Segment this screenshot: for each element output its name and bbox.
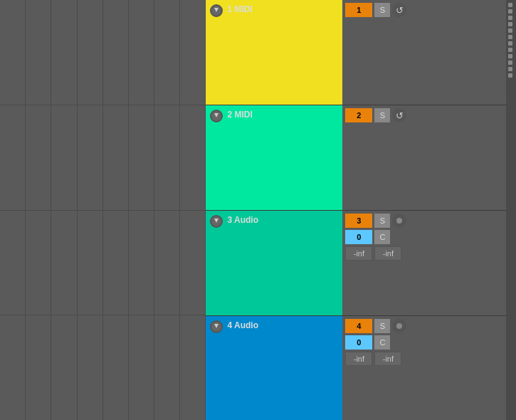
track-name-3: 3 Audio	[227, 215, 258, 225]
scroll-dot	[508, 35, 512, 39]
clip-area-4[interactable]: 4 Audio	[206, 316, 342, 420]
loop-icon-2: ↺	[396, 110, 404, 121]
grid-cell	[26, 0, 51, 105]
grid-cell	[0, 211, 26, 315]
grid-cell	[78, 211, 103, 315]
controls-area-1: 1 S ↺	[342, 0, 428, 105]
solo-button-3[interactable]: S	[374, 214, 390, 228]
record-button-3[interactable]	[392, 214, 406, 228]
track-row-3: 3 Audio 3 S 0 C -inf -inf	[206, 211, 506, 316]
controls-row-channel-4: 4 S	[345, 319, 425, 333]
scroll-dot	[508, 73, 512, 78]
controls-row-channel-2: 2 S ↺	[345, 108, 425, 122]
track-collapse-icon-1[interactable]	[210, 4, 223, 17]
clip-area-2[interactable]: 2 MIDI	[206, 105, 342, 210]
scroll-dot	[508, 22, 512, 26]
tracks-area: 1 MIDI 1 S ↺ 2 MIDI	[206, 0, 506, 420]
grid-cell	[26, 315, 51, 420]
track-collapse-icon-2[interactable]	[210, 110, 223, 122]
grid-cell	[180, 0, 206, 105]
solo-button-2[interactable]: S	[374, 108, 390, 122]
grid-cell	[129, 0, 154, 105]
track-header-4: 4 Audio	[206, 316, 342, 337]
solo-button-4[interactable]: S	[374, 319, 390, 333]
grid-cell	[78, 0, 103, 105]
grid-row-2	[0, 105, 206, 211]
controls-area-3: 3 S 0 C -inf -inf	[342, 211, 428, 315]
grid-cell	[0, 315, 26, 420]
channel-button-4[interactable]: 4	[345, 319, 372, 333]
track-collapse-icon-4[interactable]	[210, 320, 223, 333]
controls-row-channel-3: 3 S	[345, 214, 425, 228]
grid-cell	[51, 315, 77, 420]
grid-cell	[26, 105, 51, 210]
channel-button-1[interactable]: 1	[345, 3, 372, 17]
scrollbar-dots	[506, 0, 516, 80]
track-name-1: 1 MIDI	[227, 4, 252, 14]
inf-left-button-3[interactable]: -inf	[345, 246, 372, 261]
grid-row-4	[0, 315, 206, 420]
record-button-1[interactable]: ↺	[392, 3, 406, 17]
crossfade-button-3[interactable]: C	[374, 230, 390, 244]
grid-cell	[78, 315, 103, 420]
track-header-1: 1 MIDI	[206, 0, 342, 21]
scrollbar-column[interactable]	[506, 0, 516, 420]
grid-row-3	[0, 211, 206, 316]
scroll-dot	[508, 28, 512, 33]
grid-cell	[0, 105, 26, 210]
track-row-1: 1 MIDI 1 S ↺	[206, 0, 506, 105]
grid-cell	[154, 315, 180, 420]
clip-area-3[interactable]: 3 Audio	[206, 211, 342, 315]
scroll-dot	[508, 61, 512, 65]
record-button-4[interactable]	[392, 319, 406, 333]
inf-right-button-3[interactable]: -inf	[374, 246, 401, 261]
grid-cell	[103, 211, 129, 315]
grid-cell	[103, 0, 129, 105]
grid-cell	[180, 211, 206, 315]
grid-cell	[129, 315, 154, 420]
grid-cell	[51, 105, 77, 210]
track-collapse-icon-3[interactable]	[210, 215, 223, 228]
scroll-dot	[508, 9, 512, 14]
controls-row-volume-3: 0 C	[345, 230, 425, 244]
scroll-dot	[508, 16, 512, 20]
main-container: 1 MIDI 1 S ↺ 2 MIDI	[0, 0, 516, 420]
inf-right-button-4[interactable]: -inf	[374, 352, 401, 366]
grid-cell	[103, 315, 129, 420]
scroll-dot	[508, 54, 512, 58]
grid-cell	[0, 0, 26, 105]
grid-cell	[51, 0, 77, 105]
scroll-dot	[508, 3, 512, 7]
controls-row-inf-4: -inf -inf	[345, 352, 425, 366]
scroll-dot	[508, 67, 512, 71]
scroll-dot	[508, 48, 512, 52]
clip-area-1[interactable]: 1 MIDI	[206, 0, 342, 105]
controls-row-inf-3: -inf -inf	[345, 246, 425, 261]
grid-cell	[78, 105, 103, 210]
track-header-3: 3 Audio	[206, 211, 342, 232]
grid-cell	[154, 105, 180, 210]
channel-button-2[interactable]: 2	[345, 108, 372, 122]
volume-button-4[interactable]: 0	[345, 335, 372, 350]
grid-cell	[154, 211, 180, 315]
track-name-2: 2 MIDI	[227, 110, 252, 120]
crossfade-button-4[interactable]: C	[374, 335, 390, 350]
grid-cell	[129, 105, 154, 210]
grid-area	[0, 0, 206, 420]
grid-cell	[103, 105, 129, 210]
volume-button-3[interactable]: 0	[345, 230, 372, 244]
inf-left-button-4[interactable]: -inf	[345, 352, 372, 366]
scroll-dot	[508, 41, 512, 46]
record-button-2[interactable]: ↺	[392, 108, 406, 122]
grid-cell	[180, 315, 206, 420]
track-header-2: 2 MIDI	[206, 105, 342, 127]
controls-row-volume-4: 0 C	[345, 335, 425, 350]
channel-button-3[interactable]: 3	[345, 214, 372, 228]
track-row-2: 2 MIDI 2 S ↺	[206, 105, 506, 211]
loop-icon-1: ↺	[396, 5, 404, 16]
solo-button-1[interactable]: S	[374, 3, 390, 17]
grid-row-1	[0, 0, 206, 105]
controls-area-4: 4 S 0 C -inf -inf	[342, 316, 428, 420]
track-row-4: 4 Audio 4 S 0 C -inf -inf	[206, 316, 506, 420]
record-dot-3	[396, 218, 402, 224]
